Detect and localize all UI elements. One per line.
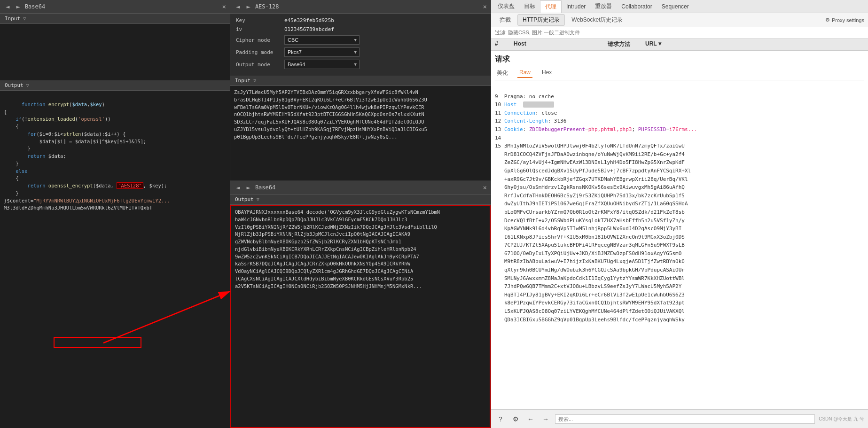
left-panel-title: Base64 [25,3,219,10]
middle-input-label: Input ▽ [230,76,491,86]
iv-row: iv 0123456789abcdef [236,26,485,32]
left-output-dropdown[interactable]: ▽ [26,83,29,88]
burp-bottom-bar: ? ⚙ ← → CSDN @今天是 九 号 [491,409,868,428]
padding-mode-select[interactable]: Pkcs7 [284,47,360,57]
right-panel-burp: 仪表盘 目标 代理 Intruder 重放器 Collaborator Sequ… [491,0,868,428]
help-icon[interactable]: ? [495,413,506,425]
middle-panel-header-base64: ◄ ► Base64 × [230,181,491,195]
middle-output-label: Output ▽ [230,195,491,205]
req-tab-beautify[interactable]: 美化 [495,68,510,78]
cipher-mode-row: Cipher mode CBC [236,35,485,45]
middle-panel-aes: ◄ ► AES-128 × Key e45e329feb5d925b iv 01… [230,0,491,428]
req-tab-hex[interactable]: Hex [540,68,554,78]
middle-output-dropdown[interactable]: ▽ [257,197,259,202]
iv-label: iv [236,26,281,32]
middle-nav-next[interactable]: ► [244,2,252,11]
output-mode-row: Output mode Base64 [236,60,485,69]
left-nav-next[interactable]: ► [14,2,22,11]
back-icon[interactable]: ← [525,413,536,425]
col-header-method: 请求方法 [604,40,641,48]
subtab-http-history[interactable]: HTTP历史记录 [517,14,565,26]
tab-sequencer[interactable]: Sequencer [657,1,694,12]
left-panel-header: ◄ ► Base64 × [0,0,230,14]
left-panel-close[interactable]: × [222,3,226,10]
left-output-label: Output ▽ [0,80,230,91]
tab-collaborator[interactable]: Collaborator [617,1,657,12]
req-tab-raw[interactable]: Raw [517,68,532,78]
proxy-settings-button[interactable]: ⚙ Proxy settings [825,17,864,23]
padding-mode-label: Padding mode [236,49,281,55]
tab-target[interactable]: 目标 [519,0,540,12]
gear-icon: ⚙ [825,17,830,23]
tab-dashboard[interactable]: 仪表盘 [493,0,519,12]
cipher-mode-label: Cipher mode [236,37,281,43]
middle-panel2-close[interactable]: × [483,184,487,191]
col-header-url: URL ▾ [641,40,868,48]
left-input-dropdown[interactable]: ▽ [23,16,26,21]
cipher-mode-select[interactable]: CBC [284,35,360,45]
col-header-hash: # [491,40,510,48]
middle-panel-header-aes: ◄ ► AES-128 × [230,0,491,14]
burp-request-area: 请求 美化 Raw Hex 9 Pragma: no-cache 10 Host… [491,51,868,409]
request-tabs: 美化 Raw Hex [495,68,864,80]
tab-intruder[interactable]: Intruder [562,1,590,12]
burp-sub-tabs: 拦截 HTTP历史记录 WebSocket历史记录 ⚙ Proxy settin… [491,13,868,27]
output-mode-label: Output mode [236,62,281,68]
subtab-websocket[interactable]: WebSocket历史记录 [567,15,627,25]
watermark-text: CSDN @今天是 九 号 [819,416,864,422]
left-output-area[interactable]: function encrypt($data,$key) { if(!exten… [0,91,230,428]
middle-output-area[interactable]: QBAYFAJRNXJxxxxxxBase64_decode('QGVycm9y… [230,205,491,428]
request-content: 9 Pragma: no-cache 10 Host 11 Connection… [495,84,864,332]
request-section-title: 请求 [495,54,864,64]
output-mode-select-wrapper[interactable]: Base64 [284,60,360,69]
filter-bar: 过滤: 隐藏CSS, 图片,一般二进制文件 [491,27,868,39]
tab-proxy[interactable]: 代理 [540,0,562,13]
burp-table-header: # Host 请求方法 URL ▾ [491,39,868,51]
forward-icon[interactable]: → [540,413,551,425]
middle2-nav-prev[interactable]: ◄ [234,183,242,192]
col-header-host: Host [510,40,604,48]
aes-config-area: Key e45e329feb5d925b iv 0123456789abcdef… [230,14,491,76]
iv-value[interactable]: 0123456789abcdef [284,26,485,32]
middle-input-area[interactable]: ZsJyY7LWacU5Myh5AP2YTVEBxDAz0mmY5iqGRXzx… [230,86,491,180]
middle-panel-title-aes: AES-128 [255,3,480,10]
left-input-area[interactable] [0,24,230,80]
cipher-mode-select-wrapper[interactable]: CBC [284,35,360,45]
padding-mode-row: Padding mode Pkcs7 [236,47,485,57]
filter-text[interactable]: 过滤: 隐藏CSS, 图片,一般二进制文件 [495,29,580,36]
middle-panel-close-aes[interactable]: × [483,3,487,10]
output-mode-select[interactable]: Base64 [284,60,360,69]
left-panel-base64: ◄ ► Base64 × Input ▽ Output ▽ function e… [0,0,230,428]
padding-mode-select-wrapper[interactable]: Pkcs7 [284,47,360,57]
burp-wrapper: 仪表盘 目标 代理 Intruder 重放器 Collaborator Sequ… [491,0,868,428]
middle-panel-title-base64: Base64 [255,184,480,191]
subtab-intercept[interactable]: 拦截 [495,15,516,25]
middle2-nav-next[interactable]: ► [244,183,252,192]
middle-input-dropdown[interactable]: ▽ [253,78,256,83]
middle-nav-prev[interactable]: ◄ [234,2,242,11]
key-row: Key e45e329feb5d925b [236,17,485,23]
search-input[interactable] [555,414,815,424]
burp-top-nav: 仪表盘 目标 代理 Intruder 重放器 Collaborator Sequ… [491,0,868,13]
key-label: Key [236,17,281,23]
left-nav-prev[interactable]: ◄ [4,2,11,11]
settings-icon[interactable]: ⚙ [510,413,521,425]
key-value[interactable]: e45e329feb5d925b [284,17,485,23]
tab-repeater[interactable]: 重放器 [590,0,617,12]
left-input-label: Input ▽ [0,14,230,24]
